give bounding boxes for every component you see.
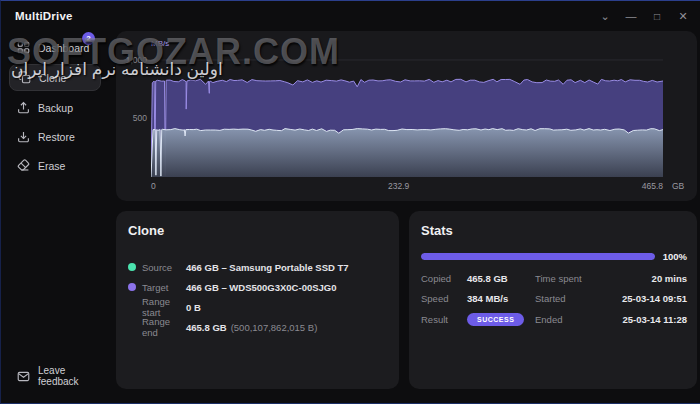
drive-dot	[128, 283, 136, 291]
progress-bar	[421, 253, 655, 260]
clone-detail-row: Target466 GB – WDS500G3X0C-00SJG0	[128, 277, 389, 297]
sidebar-item-label: Dashboard	[38, 42, 89, 54]
sidebar-item-backup[interactable]: Backup	[9, 95, 101, 120]
titlebar[interactable]: MultiDrive ⌄ — □ ✕	[1, 1, 700, 31]
sidebar: Dashboard2CloneBackupRestoreEraseLeave f…	[1, 31, 109, 403]
clone-panel: Clone Source466 GB – Samsung Portable SS…	[116, 211, 399, 389]
clone-copy-icon	[18, 71, 31, 84]
dashboard-grid-icon	[17, 41, 30, 54]
x-axis-tick-max: 465.8	[642, 181, 663, 191]
clone-detail-row: Range start0 B	[128, 297, 389, 317]
sidebar-item-dashboard[interactable]: Dashboard2	[9, 35, 101, 60]
sidebar-item-label: Restore	[38, 131, 75, 143]
clone-details: Source466 GB – Samsung Portable SSD T7Ta…	[128, 257, 389, 337]
clone-detail-row: Source466 GB – Samsung Portable SSD T7	[128, 257, 389, 277]
stat-label: Started	[535, 293, 595, 304]
stat-label: Copied	[421, 273, 467, 284]
sidebar-item-restore[interactable]: Restore	[9, 124, 101, 149]
sidebar-item-erase[interactable]: Erase	[9, 153, 101, 178]
clone-row-label: Range end	[142, 316, 186, 338]
stat-value: 25-03-14 09:51	[595, 293, 687, 304]
range-end-bytes: (500,107,862,015 B)	[231, 322, 318, 333]
clone-row-value: 0 B	[186, 302, 201, 313]
erase-eraser-icon	[17, 159, 30, 172]
stats-grid: Copied465.8 GBTime spent20 minsSpeed384 …	[421, 273, 687, 326]
status-badge: SUCCESS	[467, 313, 524, 326]
stat-value: 25-03-14 11:28	[595, 314, 687, 325]
sidebar-item-label: Erase	[38, 160, 65, 172]
close-button[interactable]: ✕	[670, 3, 696, 29]
stat-label: Speed	[421, 293, 467, 304]
stat-value: 384 MB/s	[467, 293, 535, 304]
x-axis-tick-mid: 232.9	[388, 181, 409, 191]
chart-unit-label: MB/s	[151, 39, 169, 48]
mail-envelope-icon	[17, 370, 30, 383]
leave-feedback-button[interactable]: Leave feedback	[9, 359, 109, 393]
clone-row-label: Target	[142, 282, 186, 293]
progress-bar-fill	[421, 253, 655, 260]
clone-panel-title: Clone	[128, 223, 164, 238]
minimize-button[interactable]: —	[618, 3, 644, 29]
clone-row-label: Range start	[142, 296, 186, 318]
chevron-down-icon[interactable]: ⌄	[592, 3, 618, 29]
y-axis-tick-1000: 1,000	[117, 55, 147, 65]
clone-detail-row: Range end465.8 GB(500,107,862,015 B)	[128, 317, 389, 337]
leave-feedback-label: Leave feedback	[38, 365, 101, 387]
clone-row-value: 466 GB – WDS500G3X0C-00SJG0	[186, 282, 337, 293]
x-axis-ticks: 0 232.9 465.8	[151, 181, 663, 191]
stat-value: 465.8 GB	[467, 273, 535, 284]
stat-label: Time spent	[535, 273, 595, 284]
y-axis-tick-500: 500	[117, 113, 147, 123]
area-target-write-speed	[151, 129, 663, 177]
sidebar-item-label: Clone	[39, 72, 66, 84]
window-controls: ⌄ — □ ✕	[592, 1, 696, 31]
app-title: MultiDrive	[15, 10, 73, 22]
stats-panel: Stats 100% Copied465.8 GBTime spent20 mi…	[409, 211, 697, 389]
clone-row-value: 466 GB – Samsung Portable SSD T7	[186, 262, 349, 273]
notification-badge: 2	[82, 32, 95, 45]
stat-value: SUCCESS	[467, 313, 535, 326]
sidebar-item-clone[interactable]: Clone	[9, 64, 101, 91]
x-axis-tick-0: 0	[151, 181, 156, 191]
clone-row-label: Source	[142, 262, 186, 273]
drive-dot	[128, 263, 136, 271]
backup-upload-icon	[17, 101, 30, 114]
x-axis-unit: GB	[672, 181, 684, 191]
app-window: MultiDrive ⌄ — □ ✕ Dashboard2CloneBackup…	[0, 0, 700, 404]
maximize-button[interactable]: □	[644, 3, 670, 29]
sidebar-item-label: Backup	[38, 102, 73, 114]
stats-panel-title: Stats	[421, 223, 453, 238]
progress-percent: 100%	[663, 251, 687, 262]
speed-area-chart	[151, 56, 663, 177]
speed-chart-panel: MB/s 1,000 500 0 232.9 465.8 GB	[116, 31, 697, 201]
stat-label: Ended	[535, 314, 595, 325]
restore-download-icon	[17, 130, 30, 143]
progress-row: 100%	[421, 251, 687, 262]
stat-value: 20 mins	[595, 273, 687, 284]
clone-row-value: 465.8 GB(500,107,862,015 B)	[186, 322, 317, 333]
stat-label: Result	[421, 314, 467, 325]
